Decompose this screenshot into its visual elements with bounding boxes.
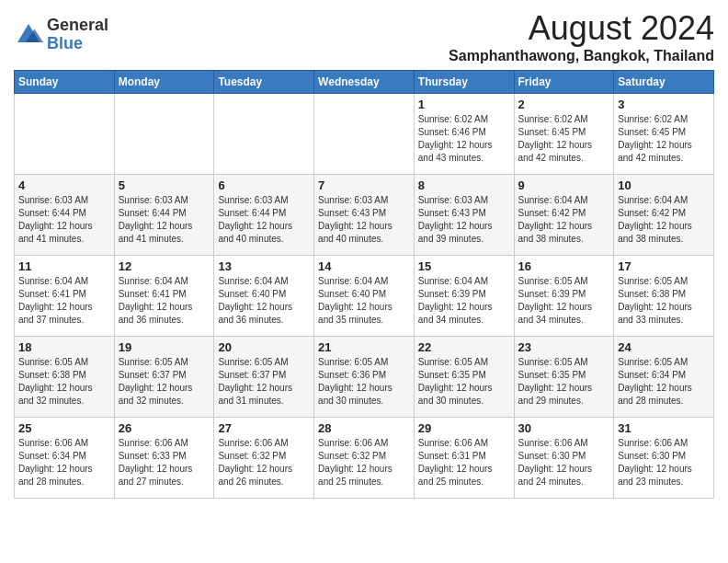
day-number: 4 — [18, 178, 110, 192]
day-info: Sunrise: 6:02 AM Sunset: 6:46 PM Dayligh… — [418, 113, 510, 165]
day-info: Sunrise: 6:03 AM Sunset: 6:44 PM Dayligh… — [18, 194, 110, 246]
day-info: Sunrise: 6:05 AM Sunset: 6:37 PM Dayligh… — [119, 356, 210, 408]
calendar-body: 1Sunrise: 6:02 AM Sunset: 6:46 PM Daylig… — [15, 94, 714, 499]
calendar-cell: 2Sunrise: 6:02 AM Sunset: 6:45 PM Daylig… — [514, 94, 614, 175]
calendar-cell — [15, 94, 115, 175]
day-number: 26 — [119, 421, 210, 435]
day-number: 30 — [518, 421, 610, 435]
day-header-friday: Friday — [514, 71, 614, 94]
day-number: 9 — [518, 178, 610, 192]
day-info: Sunrise: 6:04 AM Sunset: 6:40 PM Dayligh… — [318, 275, 410, 327]
calendar-cell: 10Sunrise: 6:04 AM Sunset: 6:42 PM Dayli… — [614, 175, 714, 256]
day-number: 23 — [518, 340, 610, 354]
calendar-cell: 5Sunrise: 6:03 AM Sunset: 6:44 PM Daylig… — [114, 175, 214, 256]
day-info: Sunrise: 6:03 AM Sunset: 6:44 PM Dayligh… — [119, 194, 210, 246]
day-number: 15 — [418, 259, 510, 273]
calendar-cell: 4Sunrise: 6:03 AM Sunset: 6:44 PM Daylig… — [15, 175, 115, 256]
day-info: Sunrise: 6:04 AM Sunset: 6:42 PM Dayligh… — [518, 194, 610, 246]
day-info: Sunrise: 6:02 AM Sunset: 6:45 PM Dayligh… — [518, 113, 610, 165]
day-number: 29 — [418, 421, 510, 435]
calendar-cell: 26Sunrise: 6:06 AM Sunset: 6:33 PM Dayli… — [114, 418, 214, 499]
calendar-cell: 21Sunrise: 6:05 AM Sunset: 6:36 PM Dayli… — [314, 337, 415, 418]
calendar-cell: 24Sunrise: 6:05 AM Sunset: 6:34 PM Dayli… — [614, 337, 714, 418]
day-info: Sunrise: 6:05 AM Sunset: 6:35 PM Dayligh… — [518, 356, 610, 408]
day-number: 22 — [418, 340, 510, 354]
logo-blue: Blue — [47, 35, 108, 53]
day-number: 13 — [218, 259, 310, 273]
day-info: Sunrise: 6:03 AM Sunset: 6:43 PM Dayligh… — [418, 194, 510, 246]
week-row-1: 1Sunrise: 6:02 AM Sunset: 6:46 PM Daylig… — [15, 94, 714, 175]
page-header: General Blue August 2024 Samphanthawong,… — [14, 9, 714, 64]
day-info: Sunrise: 6:04 AM Sunset: 6:39 PM Dayligh… — [418, 275, 510, 327]
day-number: 3 — [618, 98, 710, 111]
day-info: Sunrise: 6:04 AM Sunset: 6:41 PM Dayligh… — [119, 275, 210, 327]
day-info: Sunrise: 6:06 AM Sunset: 6:33 PM Dayligh… — [119, 437, 210, 488]
day-info: Sunrise: 6:05 AM Sunset: 6:37 PM Dayligh… — [218, 356, 310, 408]
calendar-cell: 11Sunrise: 6:04 AM Sunset: 6:41 PM Dayli… — [15, 256, 115, 337]
location-subtitle: Samphanthawong, Bangkok, Thailand — [449, 48, 714, 64]
calendar-cell: 27Sunrise: 6:06 AM Sunset: 6:32 PM Dayli… — [214, 418, 314, 499]
day-number: 1 — [418, 98, 510, 111]
calendar-cell: 28Sunrise: 6:06 AM Sunset: 6:32 PM Dayli… — [314, 418, 415, 499]
day-info: Sunrise: 6:05 AM Sunset: 6:36 PM Dayligh… — [318, 356, 410, 408]
day-header-sunday: Sunday — [15, 71, 115, 94]
calendar-table: SundayMondayTuesdayWednesdayThursdayFrid… — [14, 70, 714, 499]
day-info: Sunrise: 6:05 AM Sunset: 6:38 PM Dayligh… — [18, 356, 110, 408]
calendar-cell: 23Sunrise: 6:05 AM Sunset: 6:35 PM Dayli… — [514, 337, 614, 418]
day-info: Sunrise: 6:06 AM Sunset: 6:34 PM Dayligh… — [18, 437, 110, 488]
logo-general: General — [47, 17, 108, 35]
week-row-4: 18Sunrise: 6:05 AM Sunset: 6:38 PM Dayli… — [15, 337, 714, 418]
day-info: Sunrise: 6:06 AM Sunset: 6:31 PM Dayligh… — [418, 437, 510, 488]
day-info: Sunrise: 6:05 AM Sunset: 6:34 PM Dayligh… — [618, 356, 710, 408]
day-header-monday: Monday — [114, 71, 214, 94]
day-info: Sunrise: 6:02 AM Sunset: 6:45 PM Dayligh… — [618, 113, 710, 165]
day-info: Sunrise: 6:03 AM Sunset: 6:43 PM Dayligh… — [318, 194, 410, 246]
day-number: 31 — [618, 421, 710, 435]
calendar-cell: 13Sunrise: 6:04 AM Sunset: 6:40 PM Dayli… — [214, 256, 314, 337]
calendar-cell: 31Sunrise: 6:06 AM Sunset: 6:30 PM Dayli… — [614, 418, 714, 499]
day-header-saturday: Saturday — [614, 71, 714, 94]
calendar-cell: 20Sunrise: 6:05 AM Sunset: 6:37 PM Dayli… — [214, 337, 314, 418]
day-number: 18 — [18, 340, 110, 354]
header-row: SundayMondayTuesdayWednesdayThursdayFrid… — [15, 71, 714, 94]
day-info: Sunrise: 6:06 AM Sunset: 6:32 PM Dayligh… — [318, 437, 410, 488]
day-info: Sunrise: 6:06 AM Sunset: 6:30 PM Dayligh… — [518, 437, 610, 488]
calendar-cell — [214, 94, 314, 175]
day-info: Sunrise: 6:04 AM Sunset: 6:40 PM Dayligh… — [218, 275, 310, 327]
day-number: 7 — [318, 178, 410, 192]
day-number: 17 — [618, 259, 710, 273]
day-number: 27 — [218, 421, 310, 435]
calendar-cell: 14Sunrise: 6:04 AM Sunset: 6:40 PM Dayli… — [314, 256, 415, 337]
day-info: Sunrise: 6:06 AM Sunset: 6:30 PM Dayligh… — [618, 437, 710, 488]
week-row-3: 11Sunrise: 6:04 AM Sunset: 6:41 PM Dayli… — [15, 256, 714, 337]
week-row-5: 25Sunrise: 6:06 AM Sunset: 6:34 PM Dayli… — [15, 418, 714, 499]
calendar-cell: 19Sunrise: 6:05 AM Sunset: 6:37 PM Dayli… — [114, 337, 214, 418]
calendar-cell: 8Sunrise: 6:03 AM Sunset: 6:43 PM Daylig… — [414, 175, 514, 256]
day-info: Sunrise: 6:04 AM Sunset: 6:42 PM Dayligh… — [618, 194, 710, 246]
day-number: 12 — [119, 259, 210, 273]
logo: General Blue — [14, 17, 108, 53]
day-number: 16 — [518, 259, 610, 273]
calendar-cell: 25Sunrise: 6:06 AM Sunset: 6:34 PM Dayli… — [15, 418, 115, 499]
month-year-title: August 2024 — [449, 9, 714, 48]
day-number: 2 — [518, 98, 610, 111]
calendar-cell: 30Sunrise: 6:06 AM Sunset: 6:30 PM Dayli… — [514, 418, 614, 499]
calendar-cell: 29Sunrise: 6:06 AM Sunset: 6:31 PM Dayli… — [414, 418, 514, 499]
day-number: 14 — [318, 259, 410, 273]
week-row-2: 4Sunrise: 6:03 AM Sunset: 6:44 PM Daylig… — [15, 175, 714, 256]
day-number: 8 — [418, 178, 510, 192]
calendar-cell: 15Sunrise: 6:04 AM Sunset: 6:39 PM Dayli… — [414, 256, 514, 337]
day-info: Sunrise: 6:04 AM Sunset: 6:41 PM Dayligh… — [18, 275, 110, 327]
calendar-cell: 7Sunrise: 6:03 AM Sunset: 6:43 PM Daylig… — [314, 175, 415, 256]
day-number: 25 — [18, 421, 110, 435]
day-info: Sunrise: 6:05 AM Sunset: 6:39 PM Dayligh… — [518, 275, 610, 327]
day-header-tuesday: Tuesday — [214, 71, 314, 94]
title-block: August 2024 Samphanthawong, Bangkok, Tha… — [449, 9, 714, 64]
calendar-header: SundayMondayTuesdayWednesdayThursdayFrid… — [15, 71, 714, 94]
calendar-cell — [314, 94, 415, 175]
calendar-cell: 22Sunrise: 6:05 AM Sunset: 6:35 PM Dayli… — [414, 337, 514, 418]
day-info: Sunrise: 6:05 AM Sunset: 6:35 PM Dayligh… — [418, 356, 510, 408]
calendar-cell: 3Sunrise: 6:02 AM Sunset: 6:45 PM Daylig… — [614, 94, 714, 175]
calendar-cell: 9Sunrise: 6:04 AM Sunset: 6:42 PM Daylig… — [514, 175, 614, 256]
day-number: 24 — [618, 340, 710, 354]
